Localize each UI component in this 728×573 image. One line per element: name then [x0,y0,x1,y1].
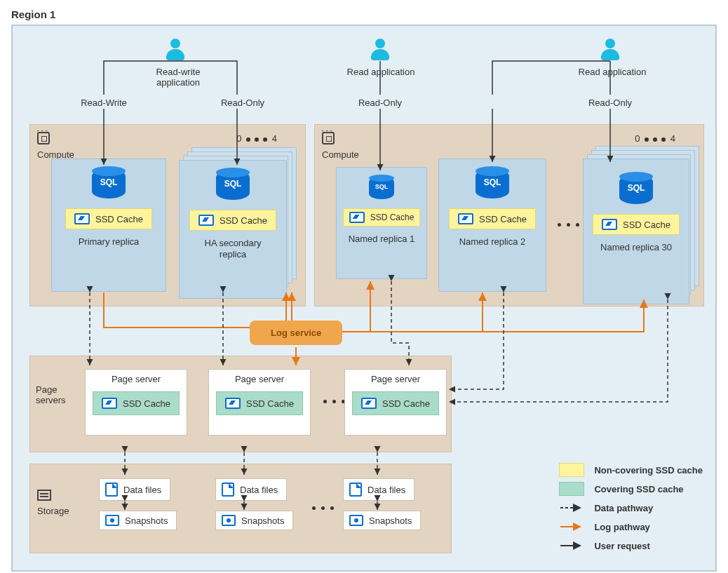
ssd-cache-noncov: SSD Cache [593,214,680,235]
user-icon [600,39,620,61]
compute-label: Compute [37,132,74,160]
replica-title: Named replica 1 [337,234,426,244]
ssd-cache-noncov: SSD Cache [189,210,276,231]
region-container: Region 1 Read-write application Read-Wri… [0,0,728,573]
storage-label: Storage [37,490,69,516]
ssd-cache-noncov: SSD Cache [449,208,536,229]
ellipsis [309,506,337,510]
named-replica-1: SQL SSD Cache Named replica 1 [336,167,427,279]
ssd-cache-cov: SSD Cache [93,391,180,415]
ssd-cache-cov: SSD Cache [352,391,439,415]
snapshot-icon [349,515,363,526]
replica-title: Primary replica [52,236,166,247]
region-box: Read-write application Read-Write Read-O… [11,25,717,572]
range-left: 0 4 [236,133,277,144]
sql-icon: SQL [369,175,394,200]
user-icon [370,39,390,61]
replica-title: HA secondary replica [180,238,286,261]
storage-icon [37,490,51,501]
named-replica-30: SQL SSD Cache Named replica 30 [583,159,689,304]
file-icon [349,483,362,497]
ellipsis [555,223,582,227]
rw-right-label: Read-Only [208,97,278,108]
snapshot-icon [222,515,236,526]
r2-ro-label: Read-Only [575,97,645,108]
data-files-chip: Data files [215,478,287,501]
user-r1-label: Read application [335,67,426,77]
compute-panel-left: Compute 0 4 SQL SSD Cache Primary replic… [29,124,306,306]
snapshots-chip: Snapshots [215,511,293,530]
page-servers-label: Page servers [36,384,75,405]
chip-icon [37,132,50,144]
region-title: Region 1 [11,8,717,20]
sql-icon: SQL [216,168,250,201]
file-icon [105,483,118,497]
replica-title: Named replica 2 [439,236,546,247]
ssd-cache-noncov: SSD Cache [65,208,152,229]
page-server: Page server SSD Cache [208,369,311,436]
primary-replica: SQL SSD Cache Primary replica [51,159,166,292]
sql-icon: SQL [619,172,653,205]
storage-panel: Storage Data files Snapshots Data files … [29,464,452,553]
log-service: Log service [250,321,342,345]
compute-label: Compute [322,132,359,160]
chip-icon [322,132,335,144]
snapshots-chip: Snapshots [343,511,421,530]
legend: Non-covering SSD cache Covering SSD cach… [559,458,703,558]
snapshots-chip: Snapshots [99,511,177,530]
replica-title: Named replica 30 [584,242,689,252]
ha-secondary-replica: SQL SSD Cache HA secondary replica [179,160,287,299]
user-icon [166,39,185,61]
user-r2-label: Read application [567,67,658,77]
data-files-chip: Data files [343,478,414,501]
user-rw-label: Read-write application [136,67,220,88]
file-icon [222,483,234,497]
range-right: 0 4 [635,133,675,144]
page-server: Page server SSD Cache [344,369,447,436]
ssd-cache-noncov: SSD Cache [343,208,421,227]
r1-ro-label: Read-Only [345,97,415,108]
data-files-chip: Data files [99,478,170,501]
sql-icon: SQL [476,166,509,200]
sql-icon: SQL [92,166,126,200]
snapshot-icon [105,515,119,526]
ssd-cache-cov: SSD Cache [216,391,303,415]
rw-left-label: Read-Write [69,97,139,108]
compute-panel-right: Compute 0 4 SQL SSD Cache Named replica … [314,124,704,306]
page-server: Page server SSD Cache [85,369,187,436]
page-servers-panel: Page servers Page server SSD Cache Page … [29,356,452,452]
named-replica-2: SQL SSD Cache Named replica 2 [438,159,546,292]
